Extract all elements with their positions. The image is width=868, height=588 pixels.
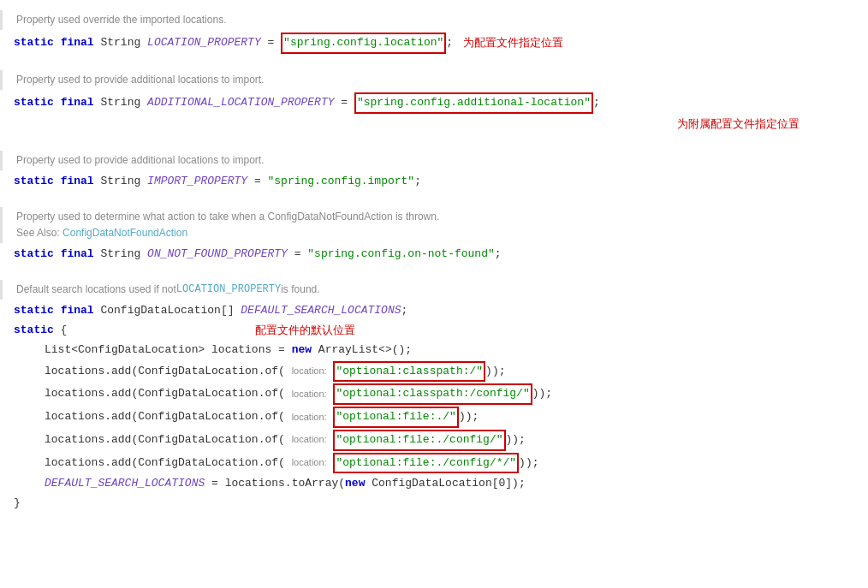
comment-text-4a: Property used to determine what action t… bbox=[16, 209, 439, 225]
loc-box-3: "optional:file:./" bbox=[333, 407, 458, 428]
code-line-add-1: locations.add(ConfigDataLocation.of( loc… bbox=[0, 360, 868, 383]
comment-text-5b: is found. bbox=[281, 282, 319, 298]
code-line-3: static final String IMPORT_PROPERTY = "s… bbox=[0, 172, 868, 192]
type-configdatalocation-arr: ConfigDataLocation[] bbox=[100, 302, 234, 320]
code-line-add-3: locations.add(ConfigDataLocation.of( loc… bbox=[0, 406, 868, 429]
code-line-add-2: locations.add(ConfigDataLocation.of( loc… bbox=[0, 383, 868, 406]
kw-static: static bbox=[14, 34, 54, 52]
comment-text-5a: Default search locations used if not bbox=[16, 282, 176, 298]
comment-text-4b: See Also: ConfigDataNotFoundAction bbox=[16, 225, 187, 241]
section-location-property: Property used override the imported loca… bbox=[0, 10, 868, 55]
section-import-property: Property used to provide additional loca… bbox=[0, 151, 868, 192]
code-line-toarray: DEFAULT_SEARCH_LOCATIONS = locations.toA… bbox=[0, 474, 868, 494]
comment-4: Property used to determine what action t… bbox=[0, 207, 868, 243]
closing-brace: } bbox=[14, 495, 21, 513]
code-line-close-brace: } bbox=[0, 494, 868, 514]
field-location-property: LOCATION_PROPERTY bbox=[147, 34, 261, 52]
loc-val-5: "optional:file:./config/*/" bbox=[336, 456, 516, 469]
comment-2: Property used to provide additional loca… bbox=[0, 70, 868, 90]
val-location-box: "spring.config.location" bbox=[281, 33, 446, 54]
code-line-list-decl: List<ConfigDataLocation> locations = new… bbox=[0, 341, 868, 360]
ann-2-container: 为附属配置文件指定位置 bbox=[0, 115, 868, 135]
field-on-not-found: ON_NOT_FOUND_PROPERTY bbox=[147, 246, 288, 264]
section-additional-location: Property used to provide additional loca… bbox=[0, 70, 868, 135]
link-configdatanotfoundaction[interactable]: ConfigDataNotFoundAction bbox=[62, 227, 187, 239]
val-additional: "spring.config.additional-location" bbox=[357, 96, 591, 109]
loc-val-4: "optional:file:./config/" bbox=[336, 433, 502, 446]
val-on-not-found: "spring.config.on-not-found" bbox=[307, 246, 494, 264]
link-location-property[interactable]: LOCATION_PROPERTY bbox=[176, 282, 281, 298]
comment-text-2: Property used to provide additional loca… bbox=[16, 72, 265, 88]
loc-val-1: "optional:classpath:/" bbox=[336, 365, 483, 377]
comment-1: Property used override the imported loca… bbox=[0, 10, 868, 30]
kw-final: final bbox=[61, 34, 94, 52]
code-line-2: static final String ADDITIONAL_LOCATION_… bbox=[0, 92, 868, 115]
code-line-add-5: locations.add(ConfigDataLocation.of( loc… bbox=[0, 452, 868, 475]
ann-3: 配置文件的默认位置 bbox=[255, 322, 355, 340]
loc-val-3: "optional:file:./" bbox=[336, 410, 455, 423]
field-default-search: DEFAULT_SEARCH_LOCATIONS bbox=[241, 302, 401, 320]
loc-box-4: "optional:file:./config/" bbox=[333, 430, 505, 451]
loc-box-5: "optional:file:./config/*/" bbox=[333, 453, 519, 474]
code-line-add-4: locations.add(ConfigDataLocation.of( loc… bbox=[0, 429, 868, 452]
comment-text-3: Property used to provide additional loca… bbox=[16, 152, 265, 169]
comment-5: Default search locations used if not LOC… bbox=[0, 280, 868, 300]
ann-2: 为附属配置文件指定位置 bbox=[677, 117, 800, 130]
loc-box-2: "optional:classpath:/config/" bbox=[333, 383, 532, 405]
code-line-static-open: static { 配置文件的默认位置 bbox=[0, 321, 868, 341]
code-line-default-search: static final ConfigDataLocation[] DEFAUL… bbox=[0, 301, 868, 321]
val-location: "spring.config.location" bbox=[283, 36, 443, 49]
val-additional-box: "spring.config.additional-location" bbox=[354, 92, 593, 114]
code-line-4: static final String ON_NOT_FOUND_PROPERT… bbox=[0, 245, 868, 264]
code-viewer: Property used override the imported loca… bbox=[0, 10, 868, 514]
type-string: String bbox=[100, 34, 140, 52]
comment-text-1: Property used override the imported loca… bbox=[16, 12, 226, 28]
code-line-1: static final String LOCATION_PROPERTY = … bbox=[0, 32, 868, 55]
val-import: "spring.config.import" bbox=[268, 173, 415, 191]
comment-3: Property used to provide additional loca… bbox=[0, 151, 868, 170]
field-import-property: IMPORT_PROPERTY bbox=[147, 173, 247, 191]
loc-val-2: "optional:classpath:/config/" bbox=[336, 387, 529, 400]
ann-1: 为配置文件指定位置 bbox=[463, 34, 563, 52]
field-additional-location: ADDITIONAL_LOCATION_PROPERTY bbox=[147, 94, 334, 112]
section-default-search: Default search locations used if not LOC… bbox=[0, 280, 868, 514]
section-not-found-property: Property used to determine what action t… bbox=[0, 207, 868, 264]
loc-box-1: "optional:classpath:/" bbox=[333, 361, 485, 383]
